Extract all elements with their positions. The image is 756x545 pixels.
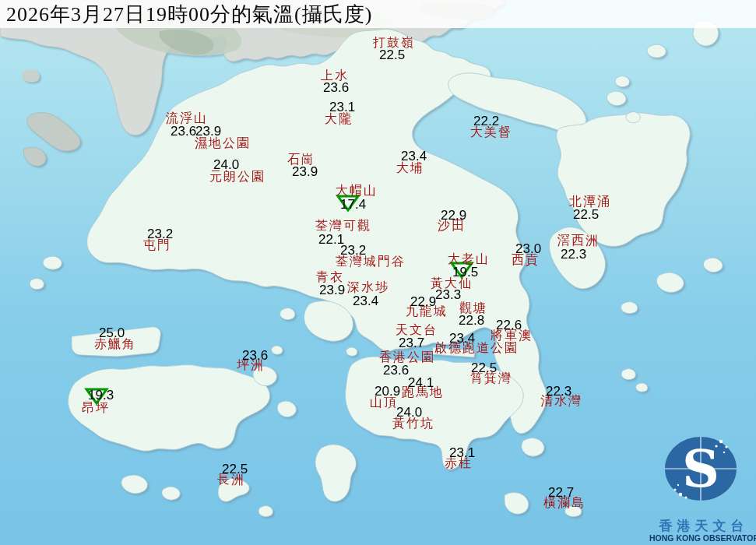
title-bar: 2026年3月27日19時00分的氣溫(攝氏度) xyxy=(0,0,756,28)
station-value: 23.6 xyxy=(383,364,409,377)
map-title: 2026年3月27日19時00分的氣溫(攝氏度) xyxy=(0,1,372,28)
station-value: 23.4 xyxy=(353,294,378,308)
station-value: 24.0 xyxy=(396,406,422,419)
station-value: 23.4 xyxy=(401,149,427,163)
station-value: 19.5 xyxy=(452,265,478,279)
station-name: 北潭涌 xyxy=(569,195,611,208)
station-name: 香港公園 xyxy=(379,350,435,364)
station-value: 23.9 xyxy=(319,283,345,297)
station-name: 荃灣可觀 xyxy=(315,219,371,232)
station-value: 24.0 xyxy=(213,158,239,171)
station-name: 大帽山 xyxy=(336,184,378,197)
station-value: 23.3 xyxy=(435,288,461,301)
hko-logo-icon: S xyxy=(652,426,752,516)
station-value: 25.0 xyxy=(99,326,125,339)
station-value: 23.1 xyxy=(449,446,475,459)
hko-temperature-map-screen: 2026年3月27日19時00分的氣溫(攝氏度) 22.5打鼓嶺23.6上水23… xyxy=(0,0,756,545)
station-value: 22.2 xyxy=(473,114,499,128)
station-value: 22.9 xyxy=(410,295,436,308)
station-value: 23.6 xyxy=(171,125,196,138)
station-value: 20.9 xyxy=(374,385,400,398)
station-value: 22.5 xyxy=(222,462,248,476)
station-value: 19.3 xyxy=(88,389,114,402)
station-value: 23.1 xyxy=(329,100,355,114)
hko-logo: S 香港天文台 HONG KONG OBSERVATORY xyxy=(649,426,755,543)
station-value: 22.3 xyxy=(561,248,586,261)
svg-text:S: S xyxy=(682,438,719,499)
station-value: 23.0 xyxy=(515,242,541,255)
station-value: 23.6 xyxy=(242,349,268,362)
station-value: 22.6 xyxy=(496,318,522,332)
station-value: 23.6 xyxy=(323,81,349,94)
station-value: 17.4 xyxy=(340,198,366,211)
station-name: 流浮山 xyxy=(166,111,208,125)
station-value: 23.2 xyxy=(340,244,366,257)
station-name: 天文台 xyxy=(396,323,438,336)
station-value: 23.4 xyxy=(449,332,475,345)
station-name: 滘西洲 xyxy=(557,234,600,247)
station-value: 23.2 xyxy=(147,227,173,241)
station-name: 啟德跑道公園 xyxy=(434,341,519,354)
hko-logo-english: HONG KONG OBSERVATORY xyxy=(649,533,755,543)
station-value: 23.7 xyxy=(399,336,424,350)
station-name: 青衣 xyxy=(316,270,344,283)
station-value: 22.3 xyxy=(546,385,571,398)
station-value: 22.7 xyxy=(548,486,574,499)
station-value: 22.5 xyxy=(471,361,497,374)
station-value: 22.5 xyxy=(573,208,599,221)
station-value: 22.5 xyxy=(379,48,405,62)
station-name: 昂坪 xyxy=(82,401,110,414)
station-value: 22.9 xyxy=(441,209,466,222)
hko-logo-chinese: 香港天文台 xyxy=(652,519,755,533)
station-value: 22.8 xyxy=(459,314,484,327)
stations-layer: 22.5打鼓嶺23.6上水23.1大隴23.6流浮山23.9濕地公園24.0元朗… xyxy=(0,0,756,545)
station-value: 23.9 xyxy=(292,165,318,178)
station-value: 24.1 xyxy=(408,376,434,389)
station-value: 23.9 xyxy=(195,125,221,138)
station-name: 大老山 xyxy=(448,252,490,265)
station-name: 深水埗 xyxy=(347,280,389,294)
